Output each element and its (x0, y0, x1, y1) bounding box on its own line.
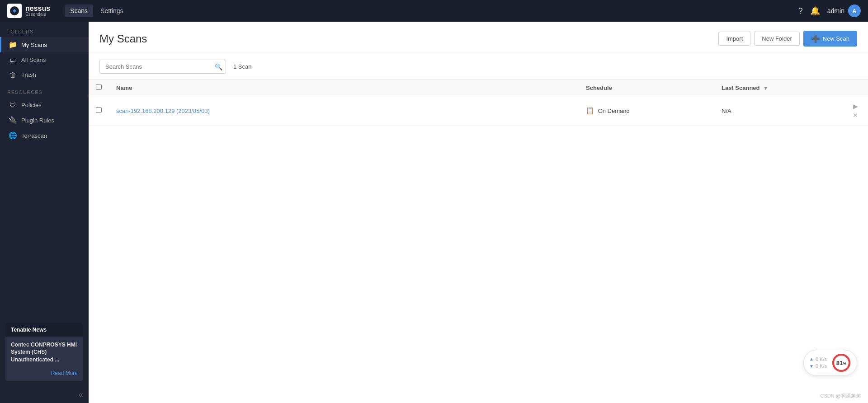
nav-link-scans[interactable]: Scans (65, 5, 93, 17)
search-input[interactable] (99, 60, 226, 74)
download-speed: 0 K/s (816, 363, 827, 370)
news-title: Contec CONPROSYS HMI System (CHS) Unauth… (11, 342, 77, 363)
trash-icon: 🗑 (9, 71, 17, 79)
sidebar-item-label-my-scans: My Scans (21, 42, 47, 48)
logo: nessus Essentials (7, 4, 50, 18)
sidebar-item-label-policies: Policies (21, 102, 42, 108)
sidebar-item-plugin-rules[interactable]: 🔌 Plugin Rules (0, 112, 89, 128)
page-actions: Import New Folder ➕ New Scan (718, 31, 857, 47)
row-actions-cell: ▶ ✕ (832, 96, 868, 126)
search-button[interactable]: 🔍 (215, 63, 222, 70)
watermark: CSDN @啊洒弟弟 (821, 393, 861, 399)
new-scan-label: New Scan (823, 35, 849, 42)
terrascan-icon: 🌐 (9, 131, 17, 140)
col-actions (832, 80, 868, 96)
folders-label: FOLDERS (0, 22, 89, 37)
page-title: My Scans (99, 33, 147, 45)
notifications-icon[interactable]: 🔔 (810, 6, 820, 16)
scan-count: 1 Scan (233, 63, 251, 70)
download-arrow-icon: ▼ (809, 363, 814, 370)
network-widget: ▲ 0 K/s ▼ 0 K/s 81% (803, 350, 857, 376)
col-schedule: Schedule (579, 80, 714, 96)
row-schedule: On Demand (598, 108, 630, 114)
read-more-link[interactable]: Read More (5, 368, 83, 381)
row-name-cell: scan-192.168.200.129 (2023/05/03) (109, 96, 579, 126)
table-header: Name Schedule Last Scanned ▼ (89, 80, 868, 96)
main-content: My Scans Import New Folder ➕ New Scan 🔍 … (89, 22, 868, 403)
nav-link-settings[interactable]: Settings (95, 5, 129, 17)
avatar: A (848, 5, 861, 17)
select-all-checkbox[interactable] (96, 84, 102, 90)
folder-icon: 📁 (9, 41, 17, 49)
username-label: admin (827, 7, 844, 14)
tenable-news-body: Contec CONPROSYS HMI System (CHS) Unauth… (5, 337, 83, 368)
resources-label: RESOURCES (0, 82, 89, 98)
tenable-news-header: Tenable News (5, 323, 83, 337)
folder-all-icon: 🗂 (9, 56, 17, 64)
new-folder-button[interactable]: New Folder (754, 32, 799, 46)
sidebar: FOLDERS 📁 My Scans 🗂 All Scans 🗑 Trash R… (0, 22, 89, 403)
network-speeds: ▲ 0 K/s ▼ 0 K/s (809, 356, 827, 370)
sidebar-bottom: Tenable News Contec CONPROSYS HMI System… (0, 318, 89, 386)
logo-icon (7, 4, 22, 18)
sidebar-item-trash[interactable]: 🗑 Trash (0, 67, 89, 82)
sidebar-collapse-btn[interactable]: « (0, 386, 89, 403)
import-button[interactable]: Import (718, 32, 750, 46)
scans-table: Name Schedule Last Scanned ▼ (89, 80, 868, 126)
table-row: scan-192.168.200.129 (2023/05/03) 📋 On D… (89, 96, 868, 126)
schedule-icon: 📋 (586, 107, 594, 114)
sidebar-item-label-terrascan: Terrascan (21, 132, 47, 139)
sort-arrow: ▼ (763, 85, 768, 91)
sidebar-item-my-scans[interactable]: 📁 My Scans (0, 37, 89, 52)
sidebar-item-policies[interactable]: 🛡 Policies (0, 98, 89, 112)
row-last-scanned: N/A (722, 108, 731, 114)
sidebar-item-label-all-scans: All Scans (21, 56, 46, 63)
cpu-circle: 81% (831, 353, 851, 373)
plugin-icon: 🔌 (9, 116, 17, 124)
filter-bar: 🔍 1 Scan (89, 54, 868, 80)
new-scan-button[interactable]: ➕ New Scan (803, 31, 857, 47)
top-nav: nessus Essentials Scans Settings ? 🔔 adm… (0, 0, 868, 22)
nav-links: Scans Settings (65, 5, 129, 17)
cpu-percent-text: 81% (836, 360, 846, 366)
page-header: My Scans Import New Folder ➕ New Scan (89, 22, 868, 54)
upload-speed: 0 K/s (816, 356, 827, 363)
shield-icon: 🛡 (9, 101, 17, 109)
upload-speed-row: ▲ 0 K/s (809, 356, 827, 363)
sidebar-item-terrascan[interactable]: 🌐 Terrascan (0, 128, 89, 143)
logo-text: nessus Essentials (25, 5, 50, 17)
select-all-col (89, 80, 109, 96)
sidebar-item-label-plugin-rules: Plugin Rules (21, 117, 54, 124)
table-body: scan-192.168.200.129 (2023/05/03) 📋 On D… (89, 96, 868, 126)
run-scan-btn[interactable]: ▶ (850, 102, 861, 111)
search-wrapper: 🔍 (99, 60, 226, 74)
row-last-scanned-cell: N/A (714, 96, 832, 126)
tenable-news-card: Tenable News Contec CONPROSYS HMI System… (5, 323, 83, 381)
row-schedule-cell: 📋 On Demand (579, 96, 714, 126)
layout: FOLDERS 📁 My Scans 🗂 All Scans 🗑 Trash R… (0, 22, 868, 403)
nav-right: ? 🔔 admin A (798, 5, 861, 17)
row-checkbox[interactable] (96, 107, 102, 113)
scan-name-link[interactable]: scan-192.168.200.129 (2023/05/03) (116, 108, 210, 114)
plus-icon: ➕ (811, 34, 820, 43)
upload-arrow-icon: ▲ (809, 356, 814, 362)
sidebar-item-label-trash: Trash (21, 71, 36, 78)
download-speed-row: ▼ 0 K/s (809, 363, 827, 370)
row-checkbox-cell (89, 96, 109, 126)
help-icon[interactable]: ? (798, 6, 803, 16)
delete-scan-btn[interactable]: ✕ (850, 111, 861, 120)
user-menu[interactable]: admin A (827, 5, 861, 17)
col-name: Name (109, 80, 579, 96)
col-last-scanned[interactable]: Last Scanned ▼ (714, 80, 832, 96)
sidebar-item-all-scans[interactable]: 🗂 All Scans (0, 52, 89, 67)
